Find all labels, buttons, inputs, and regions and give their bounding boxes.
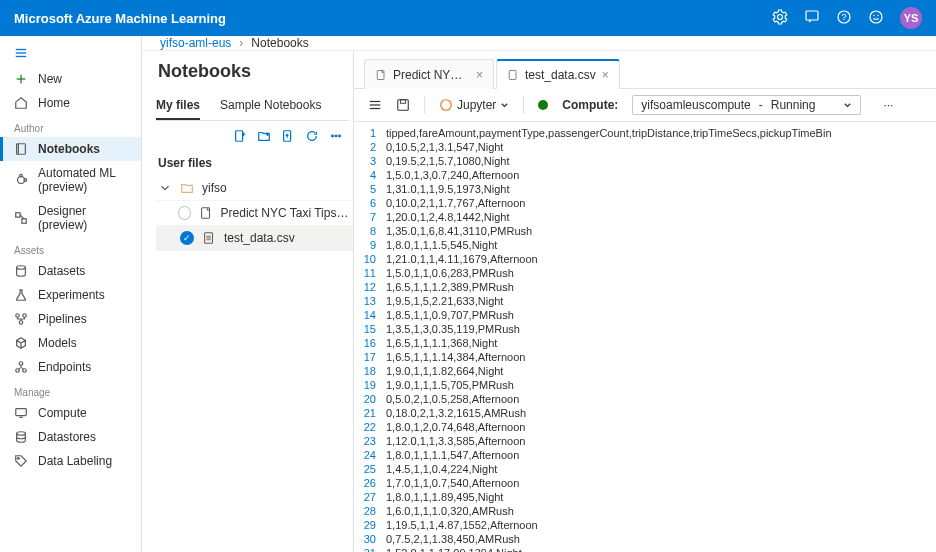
more-icon[interactable]: ···: [883, 98, 893, 112]
editor-tab-notebook[interactable]: Predict NYC Taxi Tips ×: [364, 59, 494, 89]
editor-tab-csv[interactable]: test_data.csv ×: [496, 59, 620, 89]
sidebar-item-home[interactable]: Home: [0, 91, 141, 115]
line-number: 30: [354, 532, 386, 546]
line-content: 1,8.0,1,2,0.74,648,Afternoon: [386, 420, 525, 434]
line-content: 1,3.5,1,3,0.35,119,PMRush: [386, 322, 520, 336]
menu-icon[interactable]: [368, 98, 382, 112]
svg-point-37: [335, 135, 337, 137]
line-content: 1,5.0,1,1,0.6,283,PMRush: [386, 266, 514, 280]
sidebar-item-datalabeling[interactable]: Data Labeling: [0, 449, 141, 473]
sidebar-item-datasets[interactable]: Datasets: [0, 259, 141, 283]
line-number: 21: [354, 406, 386, 420]
sidebar-item-automl[interactable]: Automated ML (preview): [0, 161, 141, 199]
help-icon[interactable]: ?: [836, 9, 852, 28]
header-actions: ? YS: [772, 7, 922, 29]
code-line: 311,52.0,1,1,17.09,1394,Night: [354, 546, 936, 552]
line-content: tipped,fareAmount,paymentType,passengerC…: [386, 126, 832, 140]
new-file-icon[interactable]: [233, 129, 247, 146]
home-icon: [14, 96, 28, 110]
cube-icon: [14, 336, 28, 350]
feedback-icon[interactable]: [804, 9, 820, 28]
line-content: 0,18.0,2,1,3.2,1615,AMRush: [386, 406, 526, 420]
svg-point-15: [24, 179, 27, 182]
sidebar-item-notebooks[interactable]: Notebooks: [0, 137, 141, 161]
line-number: 25: [354, 462, 386, 476]
app-header: Microsoft Azure Machine Learning ? YS: [0, 0, 936, 36]
line-number: 10: [354, 252, 386, 266]
line-number: 27: [354, 490, 386, 504]
line-content: 1,8.0,1,1,1.5,545,Night: [386, 238, 497, 252]
radio-checked-icon[interactable]: ✓: [180, 231, 194, 245]
line-content: 1,6.0,1,1,1.0,320,AMRush: [386, 504, 514, 518]
files-toolbar: [156, 121, 353, 154]
code-line: 91,8.0,1,1,1.5,545,Night: [354, 238, 936, 252]
code-line: 20,10.5,2,1,3.1,547,Night: [354, 140, 936, 154]
svg-rect-30: [236, 131, 243, 142]
code-view[interactable]: 1tipped,fareAmount,paymentType,passenger…: [354, 122, 936, 552]
line-number: 29: [354, 518, 386, 532]
user-avatar[interactable]: YS: [900, 7, 922, 29]
breadcrumb-current: Notebooks: [251, 36, 308, 50]
editor-pane: Predict NYC Taxi Tips × test_data.csv × …: [354, 51, 936, 552]
tree-folder[interactable]: yifso: [156, 176, 353, 201]
endpoints-icon: [14, 360, 28, 374]
line-number: 17: [354, 350, 386, 364]
line-content: 1,5.0,1,3,0.7,240,Afternoon: [386, 168, 519, 182]
new-folder-icon[interactable]: [257, 129, 271, 146]
svg-rect-26: [16, 409, 27, 416]
file-icon: [202, 231, 216, 245]
notebook-icon: [14, 142, 28, 156]
code-line: 221,8.0,1,2,0.74,648,Afternoon: [354, 420, 936, 434]
tree-file-csv[interactable]: ✓ test_data.csv: [156, 226, 353, 251]
line-number: 2: [354, 140, 386, 154]
line-number: 13: [354, 294, 386, 308]
sidebar: New Home Author Notebooks Automated ML (…: [0, 36, 142, 552]
smiley-icon[interactable]: [868, 9, 884, 28]
svg-text:?: ?: [841, 12, 846, 22]
notebook-file-icon: [199, 206, 213, 220]
file-label: Predict NYC Taxi Tips.ipynb: [221, 206, 349, 220]
tree-file-notebook[interactable]: Predict NYC Taxi Tips.ipynb: [156, 201, 353, 226]
more-icon[interactable]: [329, 129, 343, 146]
line-content: 1,31.0,1,1,9.5,1973,Night: [386, 182, 510, 196]
line-content: 1,12.0,1,1,3.3,585,Afternoon: [386, 434, 525, 448]
sidebar-item-endpoints[interactable]: Endpoints: [0, 355, 141, 379]
close-icon[interactable]: ×: [602, 68, 609, 82]
sidebar-item-pipelines[interactable]: Pipelines: [0, 307, 141, 331]
chevron-down-icon: [500, 101, 509, 110]
refresh-icon[interactable]: [305, 129, 319, 146]
line-content: 1,9.0,1,1,1.82,664,Night: [386, 364, 503, 378]
sidebar-item-datastores[interactable]: Datastores: [0, 425, 141, 449]
close-icon[interactable]: ×: [476, 68, 483, 82]
tab-sample-notebooks[interactable]: Sample Notebooks: [220, 92, 321, 120]
tab-my-files[interactable]: My files: [156, 92, 200, 120]
sidebar-item-models[interactable]: Models: [0, 331, 141, 355]
sidebar-item-experiments[interactable]: Experiments: [0, 283, 141, 307]
radio-unchecked-icon[interactable]: [178, 206, 190, 220]
line-content: 1,6.5,1,1,1.2,389,PMRush: [386, 280, 514, 294]
line-content: 1,8.0,1,1,1.89,495,Night: [386, 490, 503, 504]
code-line: 181,9.0,1,1,1.82,664,Night: [354, 364, 936, 378]
settings-icon[interactable]: [772, 9, 788, 28]
hamburger-icon[interactable]: [0, 42, 141, 67]
svg-point-29: [18, 458, 20, 460]
line-number: 24: [354, 448, 386, 462]
save-icon[interactable]: [396, 98, 410, 112]
upload-icon[interactable]: [281, 129, 295, 146]
sidebar-item-new[interactable]: New: [0, 67, 141, 91]
compute-label: Compute:: [562, 98, 618, 112]
compute-select[interactable]: yifsoamleuscompute - Running: [632, 95, 861, 115]
jupyter-dropdown[interactable]: Jupyter: [439, 98, 509, 112]
line-number: 12: [354, 280, 386, 294]
sidebar-item-compute[interactable]: Compute: [0, 401, 141, 425]
sidebar-item-designer[interactable]: Designer (preview): [0, 199, 141, 237]
chevron-down-icon: [843, 101, 852, 110]
datasets-icon: [14, 264, 28, 278]
files-pane: Notebooks My files Sample Notebooks User…: [142, 51, 354, 552]
line-content: 1,7.0,1,1,0.7,540,Afternoon: [386, 476, 519, 490]
file-label: test_data.csv: [224, 231, 295, 245]
breadcrumb-workspace[interactable]: yifso-aml-eus: [160, 36, 231, 50]
line-content: 1,6.5,1,1,1.1,368,Night: [386, 336, 497, 350]
line-number: 6: [354, 196, 386, 210]
pipelines-icon: [14, 312, 28, 326]
